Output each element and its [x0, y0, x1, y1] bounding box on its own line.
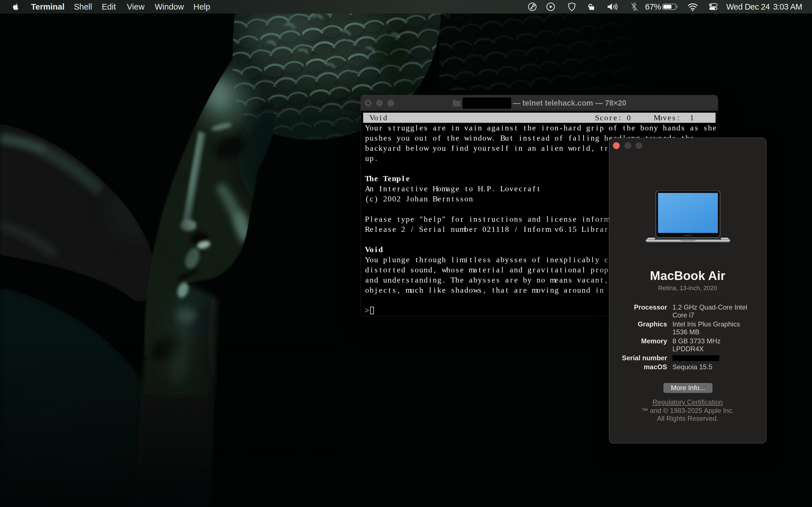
svg-text:MacBook Air: MacBook Air — [684, 235, 693, 236]
